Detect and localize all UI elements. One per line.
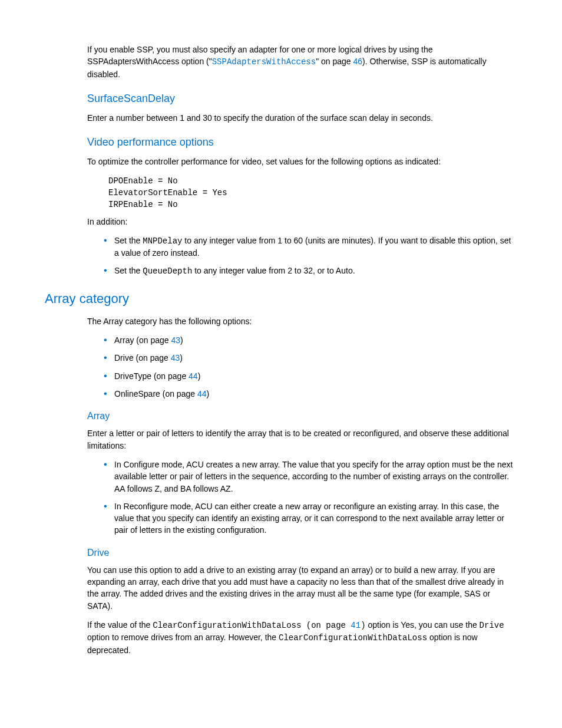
list-item: DriveType (on page 44) [104,370,517,382]
surfacescan-paragraph: Enter a number between 1 and 30 to speci… [87,112,517,124]
heading-array-category: Array category [45,289,517,308]
drive-p2: If the value of the ClearConfigurationWi… [87,619,517,656]
heading-array: Array [87,409,517,423]
code-inline: QueueDepth [143,266,192,276]
code-inline: Drive [480,621,504,630]
list-item: Set the QueueDepth to any integer value … [104,265,517,277]
video-p2: In addition: [87,216,517,228]
text: Drive (on page [114,353,171,363]
text: ) [180,335,183,345]
list-item: OnlineSpare (on page 44) [104,388,517,400]
text: to any integer value from 2 to 32, or to… [192,266,355,275]
array-bullets: In Configure mode, ACU creates a new arr… [87,459,517,536]
video-bullet-list: Set the MNPDelay to any integer value fr… [87,235,517,278]
text: option is Yes, you can use the [366,620,480,630]
list-item: Set the MNPDelay to any integer value fr… [104,235,517,259]
list-item: In Configure mode, ACU creates a new arr… [104,459,517,495]
link-page-41[interactable]: 41 [351,621,361,630]
text: OnlineSpare (on page [114,389,197,398]
video-p1: To optimize the controller performance f… [87,156,517,167]
text: ) [198,371,201,381]
text: Set the [114,236,143,245]
link-page-46[interactable]: 46 [353,57,363,66]
text: If the value of the [87,620,153,630]
text: option to remove drives from an array. H… [87,633,279,642]
text: Array (on page [114,335,171,345]
link-page[interactable]: 43 [171,353,180,363]
list-item: In Reconfigure mode, ACU can either crea… [104,500,517,536]
text: DriveType (on page [114,371,189,381]
code-inline: ClearConfigurationWithDataLoss (on page … [153,621,365,630]
drive-p1: You can use this option to add a drive t… [87,564,517,612]
code-inline: ClearConfigurationWithDataLoss [279,633,427,643]
heading-video-performance: Video performance options [87,134,517,150]
code-block: DPOEnable = No ElevatorSortEnable = Yes … [108,175,517,211]
heading-surfacescandelay: SurfaceScanDelay [87,91,517,106]
code-inline: MNPDelay [143,236,182,246]
link-sspadapters[interactable]: SSPAdaptersWithAccess [212,57,316,67]
arraycat-p: The Array category has the following opt… [87,315,517,327]
link-page[interactable]: 44 [189,371,198,381]
text: " on page [316,57,353,66]
link-page[interactable]: 44 [197,389,207,398]
array-p: Enter a letter or pair of letters to ide… [87,427,517,452]
heading-drive: Drive [87,546,517,559]
text: Set the [114,266,143,275]
list-item: Drive (on page 43) [104,352,517,364]
link-page[interactable]: 43 [171,335,181,345]
intro-paragraph: If you enable SSP, you must also specify… [87,44,517,80]
text: ) [180,353,183,363]
text: ) [206,389,209,398]
arraycat-list: Array (on page 43) Drive (on page 43) Dr… [87,334,517,400]
list-item: Array (on page 43) [104,334,517,346]
